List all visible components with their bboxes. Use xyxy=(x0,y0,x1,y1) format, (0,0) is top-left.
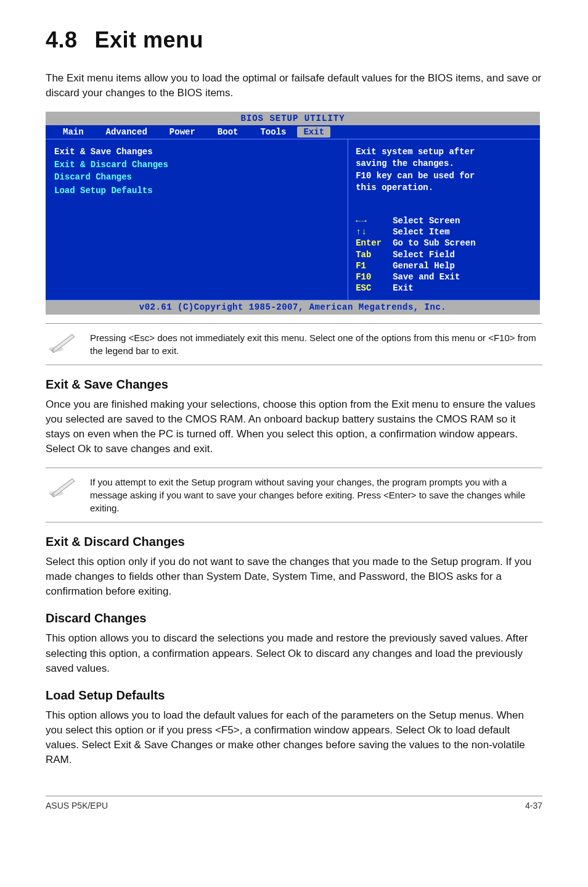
bios-screenshot: BIOS SETUP UTILITY Main Advanced Power B… xyxy=(46,112,540,315)
bios-key: F10 xyxy=(356,271,393,283)
note-text: Pressing <Esc> does not immediately exit… xyxy=(90,330,542,357)
bios-tab-advanced[interactable]: Advanced xyxy=(95,126,158,138)
bios-key-label: Select Item xyxy=(393,226,449,237)
bios-key-label: Exit xyxy=(393,283,414,294)
bios-key-label: Save and Exit xyxy=(393,271,460,283)
bios-tab-main[interactable]: Main xyxy=(52,126,95,138)
bios-item-exit-save[interactable]: Exit & Save Changes xyxy=(54,146,339,158)
bios-help-line: F10 key can be used for xyxy=(356,170,534,182)
note-exit-without-save: If you attempt to exit the Setup program… xyxy=(46,468,542,522)
section-title-discard: Discard Changes xyxy=(46,610,542,626)
note-esc: Pressing <Esc> does not immediately exit… xyxy=(46,323,542,365)
bios-item-load-defaults[interactable]: Load Setup Defaults xyxy=(54,184,339,197)
bios-footer: v02.61 (C)Copyright 1985-2007, American … xyxy=(46,300,540,314)
bios-nav-keys: ←→Select Screen ↑↓Select Item EnterGo to… xyxy=(356,215,534,294)
bios-key-label: Go to Sub Screen xyxy=(393,237,475,249)
pencil-icon xyxy=(46,474,79,499)
bios-title-bar: BIOS SETUP UTILITY xyxy=(46,112,540,125)
pencil-icon xyxy=(46,330,79,355)
section-title-defaults: Load Setup Defaults xyxy=(46,687,542,703)
bios-key-label: General Help xyxy=(393,260,455,271)
bios-tab-bar: Main Advanced Power Boot Tools Exit xyxy=(46,125,540,139)
note-text: If you attempt to exit the Setup program… xyxy=(90,474,542,514)
bios-body: Exit & Save Changes Exit & Discard Chang… xyxy=(46,139,540,300)
bios-key: Enter xyxy=(356,237,393,249)
heading-title: Exit menu xyxy=(95,26,204,55)
footer-pagenum: 4-37 xyxy=(525,800,542,811)
bios-item-discard[interactable]: Discard Changes xyxy=(54,171,339,183)
bios-tab-boot[interactable]: Boot xyxy=(206,126,250,138)
bios-item-exit-discard[interactable]: Exit & Discard Changes xyxy=(54,159,339,171)
footer-model: ASUS P5K/EPU xyxy=(46,800,108,811)
section-body-discard: This option allows you to discard the se… xyxy=(46,631,542,675)
bios-tab-power[interactable]: Power xyxy=(158,126,206,138)
bios-help-line: this operation. xyxy=(356,182,534,194)
bios-help-text: Exit system setup after saving the chang… xyxy=(356,146,534,194)
bios-help-line: saving the changes. xyxy=(356,158,534,170)
intro-para: The Exit menu items allow you to load th… xyxy=(46,71,542,101)
bios-key: ←→ xyxy=(356,215,393,226)
bios-help-line: Exit system setup after xyxy=(356,146,534,157)
bios-key-label: Select Screen xyxy=(393,215,460,226)
section-title-save: Exit & Save Changes xyxy=(46,376,542,392)
page-heading: 4.8 Exit menu xyxy=(46,26,542,55)
bios-key: ↑↓ xyxy=(356,226,393,237)
page-footer: ASUS P5K/EPU 4-37 xyxy=(46,796,542,811)
section-body-defaults: This option allows you to load the defau… xyxy=(46,708,542,768)
section-body-save: Once you are finished making your select… xyxy=(46,397,542,457)
bios-tab-tools[interactable]: Tools xyxy=(249,126,297,138)
bios-menu: Exit & Save Changes Exit & Discard Chang… xyxy=(46,139,348,300)
bios-key-label: Select Field xyxy=(393,249,455,260)
bios-key: ESC xyxy=(356,283,393,294)
bios-tab-exit[interactable]: Exit xyxy=(297,126,330,138)
section-body-discardexit: Select this option only if you do not wa… xyxy=(46,555,542,599)
bios-key: Tab xyxy=(356,249,393,260)
bios-right-panel: Exit system setup after saving the chang… xyxy=(348,139,540,300)
bios-key: F1 xyxy=(356,260,393,271)
section-title-discardexit: Exit & Discard Changes xyxy=(46,534,542,550)
heading-number: 4.8 xyxy=(46,26,78,55)
